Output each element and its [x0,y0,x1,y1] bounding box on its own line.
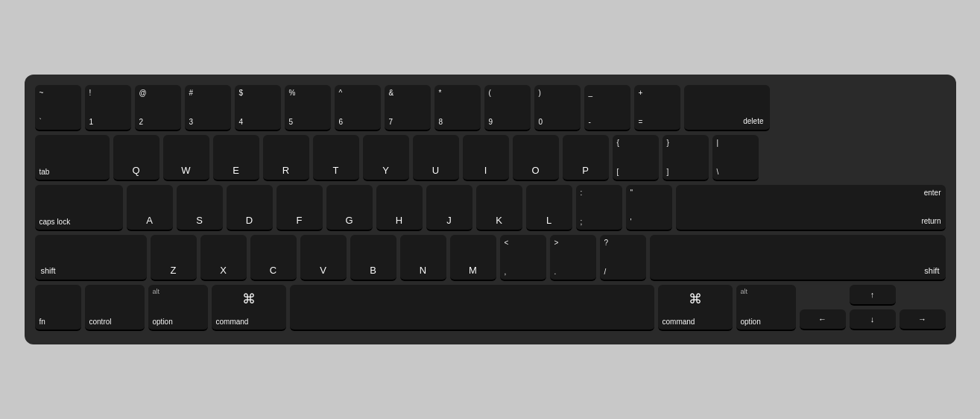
key-p[interactable]: P [563,135,609,181]
key-shift-left[interactable]: shift [35,235,147,281]
key-z[interactable]: Z [151,235,197,281]
key-v[interactable]: V [300,235,347,281]
row-asdf: caps lock A S D F G H J K L : ; [35,185,946,231]
key-period[interactable]: > . [550,235,596,281]
key-y[interactable]: Y [363,135,409,181]
key-b[interactable]: B [350,235,396,281]
key-command-right[interactable]: ⌘ command [658,285,733,331]
key-semicolon[interactable]: : ; [576,185,622,231]
row-bottom: fn control alt option ⌘ command ⌘ comman… [35,285,946,331]
key-f[interactable]: F [276,185,323,231]
key-5[interactable]: % 5 [285,85,331,131]
spacer2 [900,285,946,306]
key-r[interactable]: R [263,135,309,181]
key-4[interactable]: $ 4 [235,85,281,131]
key-x[interactable]: X [200,235,247,281]
key-arrow-left[interactable]: ← [800,309,846,330]
key-arrow-down[interactable]: ↓ [850,309,896,330]
key-control[interactable]: control [85,285,145,331]
key-capslock[interactable]: caps lock [35,185,123,231]
row-numbers: ~ ` ! 1 @ 2 # 3 $ 4 % 5 ^ 6 & 7 [35,85,946,131]
spacer [800,285,846,306]
key-lbracket[interactable]: { [ [613,135,659,181]
key-q[interactable]: Q [113,135,159,181]
keyboard: ~ ` ! 1 @ 2 # 3 $ 4 % 5 ^ 6 & 7 [25,75,956,344]
key-option-left[interactable]: alt option [148,285,208,331]
key-k[interactable]: K [476,185,522,231]
key-minus[interactable]: _ - [584,85,630,131]
key-w[interactable]: W [163,135,209,181]
key-s[interactable]: S [177,185,223,231]
key-9[interactable]: ( 9 [484,85,531,131]
key-a[interactable]: A [127,185,173,231]
row-zxcv: shift Z X C V B N M < , > . [35,235,946,281]
key-l[interactable]: L [526,185,572,231]
key-equals[interactable]: + = [634,85,680,131]
key-c[interactable]: C [250,235,297,281]
key-delete[interactable]: delete [684,85,770,131]
key-rbracket[interactable]: } ] [663,135,709,181]
key-tab[interactable]: tab [35,135,110,181]
key-t[interactable]: T [313,135,359,181]
key-grave[interactable]: ~ ` [35,85,81,131]
key-fn[interactable]: fn [35,285,81,331]
row-qwerty: tab Q W E R T Y U I O P [35,135,946,181]
key-j[interactable]: J [426,185,472,231]
key-0[interactable]: ) 0 [534,85,581,131]
key-arrow-right[interactable]: → [900,309,946,330]
key-option-right[interactable]: alt option [736,285,796,331]
key-n[interactable]: N [400,235,446,281]
key-i[interactable]: I [463,135,509,181]
key-2[interactable]: @ 2 [135,85,181,131]
key-quote[interactable]: " ' [626,185,672,231]
key-shift-right[interactable]: shift [650,235,946,281]
arrow-cluster: ↑ ← ↓ → [800,285,946,331]
key-1[interactable]: ! 1 [85,85,131,131]
key-d[interactable]: D [227,185,273,231]
key-u[interactable]: U [413,135,459,181]
key-8[interactable]: * 8 [434,85,481,131]
key-6[interactable]: ^ 6 [335,85,381,131]
key-space[interactable] [290,285,654,331]
key-slash[interactable]: ? / [600,235,646,281]
key-m[interactable]: M [450,235,496,281]
key-command-left[interactable]: ⌘ command [212,285,286,331]
key-7[interactable]: & 7 [385,85,431,131]
key-backslash[interactable]: | \ [712,135,759,181]
key-o[interactable]: O [513,135,559,181]
key-e[interactable]: E [213,135,259,181]
key-h[interactable]: H [376,185,423,231]
key-g[interactable]: G [326,185,373,231]
key-arrow-up[interactable]: ↑ [850,285,896,306]
key-comma[interactable]: < , [500,235,546,281]
key-3[interactable]: # 3 [185,85,231,131]
key-enter[interactable]: enter return [676,185,946,231]
